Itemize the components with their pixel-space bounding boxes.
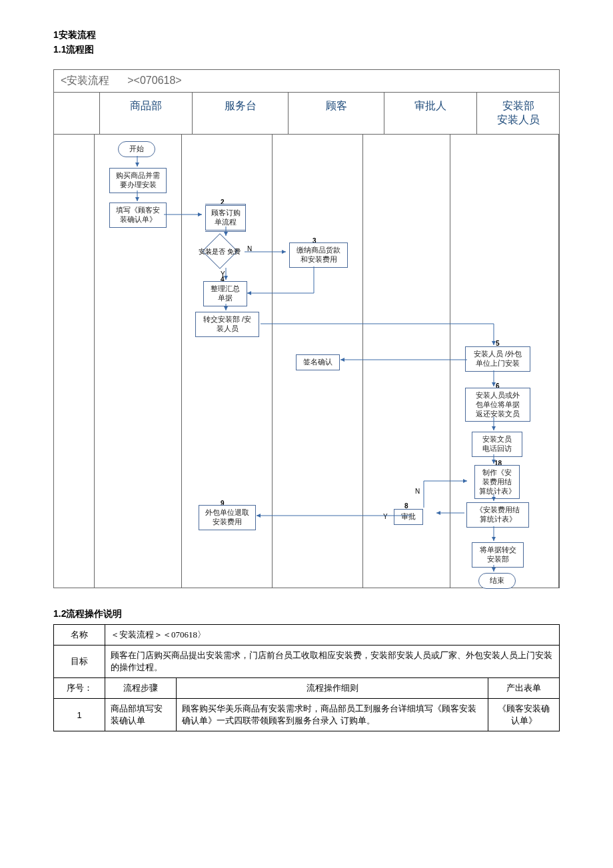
spec-name-value: ＜安装流程＞＜070618〉	[105, 625, 560, 646]
node-end: 结束	[478, 573, 516, 589]
heading-1-2: 1.2流程操作说明	[53, 608, 560, 620]
lane-1: 商品部	[100, 93, 193, 134]
row1-out: 《顾客安装确认单》	[488, 699, 560, 731]
decision-free: 安装是否 免费	[202, 233, 238, 269]
node-start: 开始	[118, 141, 155, 157]
node-back-dept: 将单据转交 安装部	[472, 542, 524, 568]
lane-body-2: 2 顾客订购 单流程 安装是否 免费 Y N 4 整理汇总 单据 转交安装部 /…	[182, 135, 273, 588]
heading-1: 1安装流程	[53, 29, 560, 41]
node-transfer: 转交安装部 /安 装人员	[195, 312, 259, 337]
table-row: 1 商品部填写安装确认单 顾客购买华美乐商品有安装需求时，商品部员工到服务台详细…	[54, 699, 560, 731]
node-pay: 缴纳商品货款 和安装费用	[289, 242, 348, 268]
node-order-sub: 顾客订购 单流程	[205, 204, 246, 232]
node-refund: 外包单位退取 安装费用	[199, 505, 256, 530]
node-sign: 签名确认	[296, 354, 340, 370]
node-make-table: 制作《安 装费用结 算统计表》	[474, 465, 520, 499]
node-stat-table: 《安装费用结 算统计表》	[466, 502, 529, 528]
lane-4: 审批人	[384, 93, 477, 134]
label-y2: Y	[383, 513, 388, 520]
col-detail: 流程操作细则	[177, 678, 488, 699]
col-out: 产出表单	[488, 678, 560, 699]
swimlane-header: 商品部 服务台 顾客 审批人 安装部 安装人员	[54, 93, 559, 135]
spec-table: 名称 ＜安装流程＞＜070618〉 目标 顾客在门店购买商品提出安装需求，门店前…	[53, 624, 560, 731]
lane-body-4: 8 审批 Y N	[363, 135, 450, 588]
lane-2: 服务台	[193, 93, 289, 134]
row1-num: 1	[54, 699, 105, 731]
lane-5: 安装部 安装人员	[477, 93, 559, 134]
lane-body-5: 5 安装人员 /外包 单位上门安装 6 安装人员或外 包单位将单据 返还安装文员…	[450, 135, 559, 588]
swimlane-body: 开始 购买商品并需 要办理安装 填写《顾客安 装确认单》 2 顾客订购 单流程 …	[54, 135, 559, 588]
flow-title-right: ><070618>	[127, 75, 181, 86]
row1-detail: 顾客购买华美乐商品有安装需求时，商品部员工到服务台详细填写《顾客安装确认单》一式…	[177, 699, 488, 731]
label-n2: N	[415, 488, 420, 495]
lane-body-3: 3 缴纳商品货款 和安装费用 签名确认	[273, 135, 363, 588]
node-collect: 整理汇总 单据	[203, 281, 247, 306]
node-callback: 安装文员 电话回访	[472, 432, 522, 457]
node-buy: 购买商品并需 要办理安装	[109, 168, 167, 193]
node-install: 安装人员 /外包 单位上门安装	[465, 346, 530, 372]
lane-body-1: 开始 购买商品并需 要办理安装 填写《顾客安 装确认单》	[95, 135, 182, 588]
flow-title-left: <安装流程	[61, 75, 109, 86]
spec-goal-value: 顾客在门店购买商品提出安装需求，门店前台员工收取相应安装费，安装部安装人员或厂家…	[105, 646, 560, 678]
spec-name-label: 名称	[54, 625, 105, 646]
label-n: N	[247, 245, 252, 252]
flowchart-title: <安装流程 ><070618>	[54, 70, 559, 93]
lane-3: 顾客	[289, 93, 384, 134]
col-num: 序号：	[54, 678, 105, 699]
node-approve: 审批	[394, 509, 423, 525]
spec-goal-label: 目标	[54, 646, 105, 678]
row1-step: 商品部填写安装确认单	[105, 699, 177, 731]
node-fill: 填写《顾客安 装确认单》	[109, 203, 167, 228]
flowchart-container: <安装流程 ><070618> 商品部 服务台 顾客 审批人 安装部 安装人员 …	[53, 69, 560, 588]
col-step: 流程步骤	[105, 678, 177, 699]
node-return-docs: 安装人员或外 包单位将单据 返还安装文员	[465, 388, 530, 422]
heading-1-1: 1.1流程图	[53, 44, 560, 56]
